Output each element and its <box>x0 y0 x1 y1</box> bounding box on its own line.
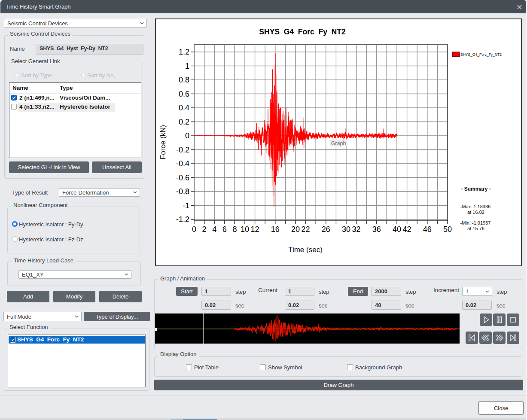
svg-text:20: 20 <box>291 225 300 234</box>
svg-text:at 15.76: at 15.76 <box>467 226 484 231</box>
svg-text:-Min: -1.01957: -Min: -1.01957 <box>460 220 491 225</box>
svg-text:30: 30 <box>342 225 350 234</box>
svg-text:12: 12 <box>251 225 259 234</box>
svg-text:8: 8 <box>232 225 237 234</box>
svg-text:42: 42 <box>403 225 411 234</box>
svg-text:SHYS_G4_Forc_Fy_NT2: SHYS_G4_Forc_Fy_NT2 <box>259 27 346 36</box>
svg-text:Time (sec): Time (sec) <box>288 246 323 254</box>
svg-text:6: 6 <box>222 225 227 234</box>
svg-text:-0.4: -0.4 <box>176 159 189 168</box>
svg-text:1: 1 <box>185 62 189 70</box>
svg-text:40: 40 <box>393 225 401 234</box>
svg-text:0.4: 0.4 <box>179 103 189 112</box>
svg-text:22: 22 <box>302 225 310 234</box>
svg-text:-0.6: -0.6 <box>176 173 189 182</box>
svg-text:1.2: 1.2 <box>179 48 189 56</box>
svg-text:0: 0 <box>192 225 196 234</box>
svg-text:46: 46 <box>423 225 432 234</box>
svg-text:at 16.02: at 16.02 <box>467 210 484 215</box>
svg-text:4: 4 <box>212 225 216 234</box>
svg-text:0.8: 0.8 <box>179 76 189 84</box>
svg-text:-Max: 1.18386: -Max: 1.18386 <box>460 204 490 209</box>
svg-text:32: 32 <box>352 225 361 234</box>
svg-text:10: 10 <box>241 225 249 234</box>
svg-text:-0.2: -0.2 <box>176 146 189 154</box>
svg-text:2: 2 <box>202 225 207 234</box>
svg-text:50: 50 <box>443 225 452 234</box>
svg-text:SHYS_G4_Forc_Fy_NT2: SHYS_G4_Forc_Fy_NT2 <box>460 52 502 57</box>
svg-text:Graph: Graph <box>331 140 346 146</box>
svg-text:0.2: 0.2 <box>179 118 189 126</box>
svg-text:-1.2: -1.2 <box>176 215 189 224</box>
svg-text:-1: -1 <box>183 201 189 210</box>
svg-text:0: 0 <box>185 131 189 140</box>
svg-text:0.6: 0.6 <box>179 90 189 98</box>
svg-text:- Summary -: - Summary - <box>461 186 490 192</box>
svg-text:-0.8: -0.8 <box>176 187 189 196</box>
svg-text:Force (kN): Force (kN) <box>159 125 167 159</box>
svg-text:16: 16 <box>271 225 280 234</box>
svg-text:26: 26 <box>322 225 330 234</box>
svg-text:36: 36 <box>372 225 381 234</box>
